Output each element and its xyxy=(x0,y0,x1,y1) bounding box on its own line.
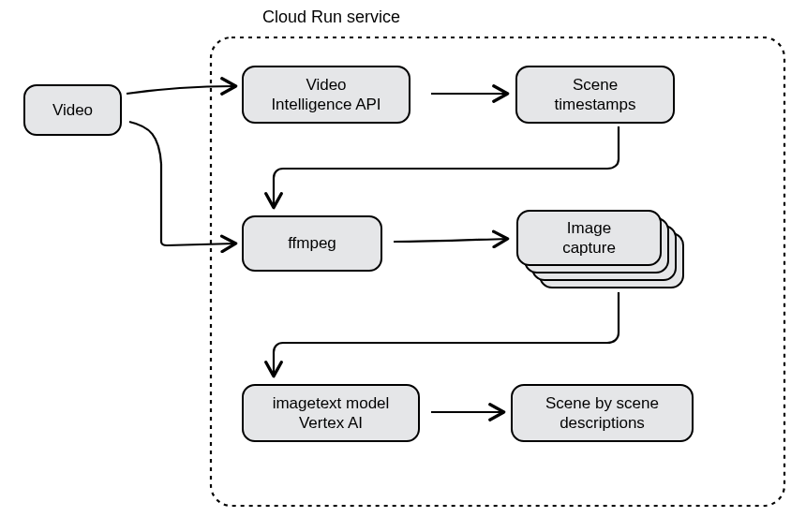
arrow-video-to-ffmpeg xyxy=(129,122,234,245)
node-scene-descriptions-label: Scene by scene descriptions xyxy=(545,393,659,434)
node-scene-timestamps: Scene timestamps xyxy=(515,66,675,124)
node-ffmpeg-label: ffmpeg xyxy=(288,233,336,253)
node-imagetext: imagetext model Vertex AI xyxy=(242,384,420,442)
node-video-intelligence: Video Intelligence API xyxy=(242,66,410,124)
container-label: Cloud Run service xyxy=(262,7,400,27)
arrow-ffmpeg-to-image-capture xyxy=(394,239,506,242)
arrow-video-to-video-intel xyxy=(127,86,234,94)
node-scene-timestamps-label: Scene timestamps xyxy=(555,75,636,115)
arrow-timestamps-to-ffmpeg xyxy=(274,126,619,206)
node-ffmpeg: ffmpeg xyxy=(242,215,382,272)
node-imagetext-label: imagetext model Vertex AI xyxy=(273,393,390,434)
diagram-canvas: Cloud Run service Video Video Intelligen… xyxy=(0,0,806,532)
node-video-label: Video xyxy=(52,100,93,120)
node-video-intelligence-label: Video Intelligence API xyxy=(271,75,381,115)
arrow-image-capture-to-imagetext xyxy=(274,292,619,375)
node-image-capture: Image capture xyxy=(516,210,662,266)
node-image-capture-label: Image capture xyxy=(562,218,616,259)
node-video: Video xyxy=(23,84,122,136)
node-scene-descriptions: Scene by scene descriptions xyxy=(511,384,694,442)
